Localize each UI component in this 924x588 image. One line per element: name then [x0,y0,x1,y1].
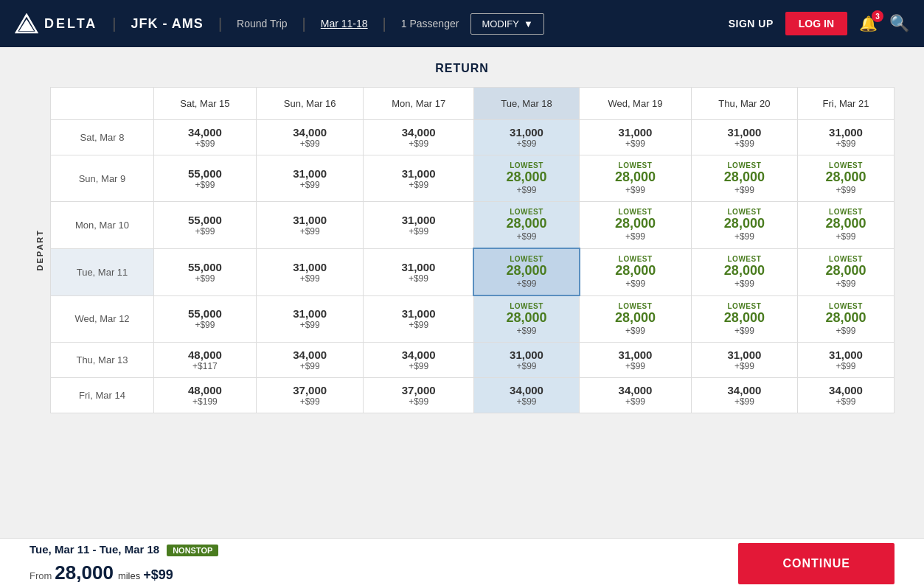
login-button[interactable]: LOG IN [785,12,847,35]
cell-thu_mar13-col2[interactable]: 34,000+$99 [364,343,473,378]
cell-fri_mar14-col6[interactable]: 34,000+$99 [797,378,894,413]
cell-miles: 31,000 [583,349,688,361]
notifications-button[interactable]: 🔔 3 [859,15,878,32]
cell-miles: 34,000 [801,384,891,396]
cell-sun_mar9-col6[interactable]: LOWEST28,000+$99 [797,155,894,202]
cell-tue_mar11-col4[interactable]: LOWEST28,000+$99 [580,248,692,295]
depart-label: DEPART [35,229,44,270]
divider-4: | [383,15,386,32]
col-sun-mar16[interactable]: Sun, Mar 16 [256,88,364,120]
cell-thu_mar13-col0[interactable]: 48,000+$117 [154,343,257,378]
cell-thu_mar13-col6[interactable]: 31,000+$99 [797,343,894,378]
cell-fri_mar14-col5[interactable]: 34,000+$99 [691,378,797,413]
col-mon-mar17[interactable]: Mon, Mar 17 [364,88,473,120]
signup-button[interactable]: SIGN UP [729,18,774,29]
row-header-thu_mar13[interactable]: Thu, Mar 13 [51,343,154,378]
calendar-row-thu_mar13[interactable]: Thu, Mar 1348,000+$11734,000+$9934,000+$… [51,343,895,378]
col-thu-mar20[interactable]: Thu, Mar 20 [691,88,797,120]
cell-thu_mar13-col3[interactable]: 31,000+$99 [473,343,579,378]
cell-sun_mar9-col3[interactable]: LOWEST28,000+$99 [473,155,579,202]
calendar-row-sun_mar9[interactable]: Sun, Mar 955,000+$9931,000+$9931,000+$99… [51,155,895,202]
cell-fee: +$99 [695,185,794,195]
row-header-mon_mar10[interactable]: Mon, Mar 10 [51,202,154,249]
cell-mon_mar10-col0[interactable]: 55,000+$99 [154,202,257,249]
cell-wed_mar12-col1[interactable]: 31,000+$99 [256,295,364,343]
dates-label[interactable]: Mar 11-18 [321,18,368,29]
cell-mon_mar10-col4[interactable]: LOWEST28,000+$99 [580,202,692,249]
cell-wed_mar12-col3[interactable]: LOWEST28,000+$99 [473,295,579,343]
cell-fee: +$99 [260,226,361,237]
row-header-sun_mar9[interactable]: Sun, Mar 9 [51,155,154,202]
calendar-row-tue_mar11[interactable]: Tue, Mar 1155,000+$9931,000+$9931,000+$9… [51,248,895,295]
cell-thu_mar13-col4[interactable]: 31,000+$99 [580,343,692,378]
cell-sat_mar8-col6[interactable]: 31,000+$99 [797,120,894,155]
continue-button[interactable]: CONTINUE [738,543,895,584]
cell-miles: 31,000 [367,214,470,226]
cell-sat_mar8-col4[interactable]: 31,000+$99 [580,120,692,155]
cell-miles: 31,000 [367,307,470,320]
calendar-row-mon_mar10[interactable]: Mon, Mar 1055,000+$9931,000+$9931,000+$9… [51,202,895,249]
cell-sat_mar8-col0[interactable]: 34,000+$99 [154,120,257,155]
cell-tue_mar11-col0[interactable]: 55,000+$99 [154,248,257,295]
cell-wed_mar12-col2[interactable]: 31,000+$99 [364,295,473,343]
lowest-label: LOWEST [477,161,576,169]
cell-fee: +$117 [157,361,253,371]
row-header-fri_mar14[interactable]: Fri, Mar 14 [51,378,154,413]
cell-mon_mar10-col2[interactable]: 31,000+$99 [364,202,473,249]
calendar-row-sat_mar8[interactable]: Sat, Mar 834,000+$9934,000+$9934,000+$99… [51,120,895,155]
cell-sun_mar9-col1[interactable]: 31,000+$99 [256,155,364,202]
row-header-tue_mar11[interactable]: Tue, Mar 11 [51,248,154,295]
cell-mon_mar10-col3[interactable]: LOWEST28,000+$99 [473,202,579,249]
calendar-row-fri_mar14[interactable]: Fri, Mar 1448,000+$19937,000+$9937,000+$… [51,378,895,413]
cell-miles: 28,000 [801,169,891,185]
modify-button[interactable]: MODIFY ▼ [470,13,543,35]
col-fri-mar21[interactable]: Fri, Mar 21 [797,88,894,120]
cell-mon_mar10-col5[interactable]: LOWEST28,000+$99 [691,202,797,249]
cell-fee: +$99 [157,139,253,149]
col-wed-mar19[interactable]: Wed, Mar 19 [580,88,692,120]
cell-fri_mar14-col3[interactable]: 34,000+$99 [473,378,579,413]
cell-sat_mar8-col3[interactable]: 31,000+$99 [473,120,579,155]
cell-wed_mar12-col0[interactable]: 55,000+$99 [154,295,257,343]
cell-miles: 31,000 [477,126,576,139]
cell-fri_mar14-col0[interactable]: 48,000+$199 [154,378,257,413]
search-button[interactable]: 🔍 [889,14,909,33]
cell-sun_mar9-col2[interactable]: 31,000+$99 [364,155,473,202]
calendar-row-wed_mar12[interactable]: Wed, Mar 1255,000+$9931,000+$9931,000+$9… [51,295,895,343]
cell-miles: 28,000 [477,216,576,231]
cell-miles: 55,000 [157,307,253,320]
cell-fri_mar14-col2[interactable]: 37,000+$99 [364,378,473,413]
cell-tue_mar11-col5[interactable]: LOWEST28,000+$99 [691,248,797,295]
cell-sun_mar9-col5[interactable]: LOWEST28,000+$99 [691,155,797,202]
cell-tue_mar11-col2[interactable]: 31,000+$99 [364,248,473,295]
cell-wed_mar12-col4[interactable]: LOWEST28,000+$99 [580,295,692,343]
cell-tue_mar11-col3[interactable]: LOWEST28,000+$99 [473,248,579,295]
cell-thu_mar13-col1[interactable]: 34,000+$99 [256,343,364,378]
divider-2: | [218,15,222,32]
cell-mon_mar10-col6[interactable]: LOWEST28,000+$99 [797,202,894,249]
cell-fri_mar14-col4[interactable]: 34,000+$99 [580,378,692,413]
footer-trip-dates: Tue, Mar 11 - Tue, Mar 18 [29,543,159,556]
cell-wed_mar12-col6[interactable]: LOWEST28,000+$99 [797,295,894,343]
row-header-sat_mar8[interactable]: Sat, Mar 8 [51,120,154,155]
footer-miles: 28,000 [55,561,114,584]
cell-sun_mar9-col4[interactable]: LOWEST28,000+$99 [580,155,692,202]
cell-mon_mar10-col1[interactable]: 31,000+$99 [256,202,364,249]
cell-wed_mar12-col5[interactable]: LOWEST28,000+$99 [691,295,797,343]
cell-sat_mar8-col5[interactable]: 31,000+$99 [691,120,797,155]
cell-tue_mar11-col6[interactable]: LOWEST28,000+$99 [797,248,894,295]
col-sat-mar15[interactable]: Sat, Mar 15 [154,88,257,120]
lowest-label: LOWEST [583,302,688,310]
cell-sat_mar8-col1[interactable]: 34,000+$99 [256,120,364,155]
cell-fri_mar14-col1[interactable]: 37,000+$99 [256,378,364,413]
cell-sun_mar9-col0[interactable]: 55,000+$99 [154,155,257,202]
cell-fee: +$99 [477,139,576,149]
col-tue-mar18[interactable]: Tue, Mar 18 [473,88,579,120]
row-header-wed_mar12[interactable]: Wed, Mar 12 [51,295,154,343]
cell-tue_mar11-col1[interactable]: 31,000+$99 [256,248,364,295]
cell-fee: +$99 [477,231,576,242]
cell-sat_mar8-col2[interactable]: 34,000+$99 [364,120,473,155]
cell-thu_mar13-col5[interactable]: 31,000+$99 [691,343,797,378]
cell-miles: 34,000 [477,384,576,396]
footer-miles-label: miles [118,570,140,581]
